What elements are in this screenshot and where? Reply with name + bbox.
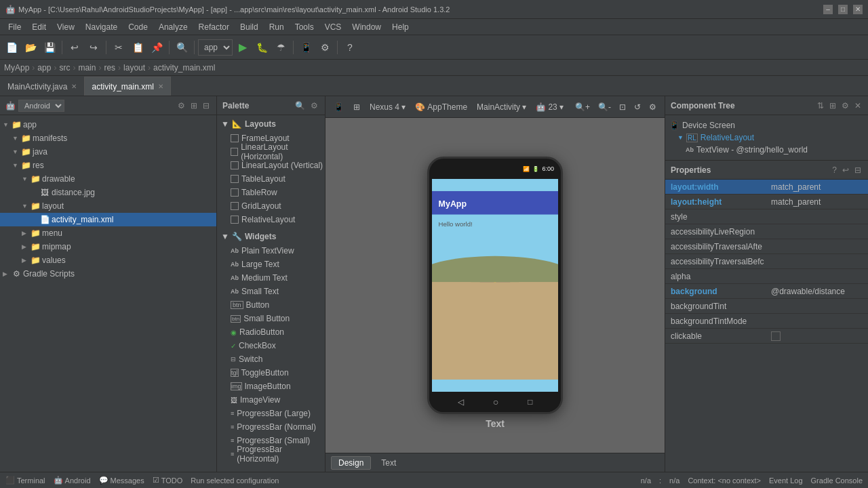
tree-item[interactable]: ▼📁res — [0, 159, 216, 172]
zoom-out-btn[interactable]: 🔍- — [595, 99, 614, 115]
device-dropdown-btn[interactable]: Nexus 4 ▾ — [367, 99, 408, 115]
palette-progressbar-normal[interactable]: ≡ ProgressBar (Normal) — [217, 420, 325, 434]
tab-mainactivity-close[interactable]: ✕ — [71, 83, 77, 90]
breadcrumb-myapp[interactable]: MyApp — [4, 63, 29, 73]
breadcrumb-xml[interactable]: activity_main.xml — [153, 63, 215, 73]
menu-item-help[interactable]: Help — [387, 19, 414, 35]
palette-togglebutton[interactable]: tgl ToggleButton — [217, 366, 325, 380]
palette-relativelayout[interactable]: RelativeLayout — [217, 213, 325, 226]
activity-dropdown-btn[interactable]: MainActivity ▾ — [474, 99, 529, 115]
toolbar-open-btn[interactable]: 📂 — [22, 39, 39, 56]
palette-plain-textview[interactable]: Ab Plain TextView — [217, 244, 325, 258]
palette-tablelayout[interactable]: TableLayout — [217, 172, 325, 186]
palette-small-text[interactable]: Ab Small Text — [217, 285, 325, 298]
tab-mainactivity[interactable]: MainActivity.java ✕ — [0, 77, 84, 96]
palette-progressbar-large[interactable]: ≡ ProgressBar (Large) — [217, 407, 325, 420]
prop-clickable[interactable]: clickable — [665, 329, 868, 344]
comp-sort-btn[interactable]: ⇅ — [816, 100, 825, 112]
event-log-btn[interactable]: Event Log — [769, 476, 803, 485]
phone-recent-btn[interactable]: □ — [528, 397, 532, 407]
canvas-mode-btn[interactable]: 📱 — [331, 99, 347, 115]
menu-item-navigate[interactable]: Navigate — [80, 19, 123, 35]
avd-btn[interactable]: 📱 — [297, 39, 315, 56]
menu-item-window[interactable]: Window — [347, 19, 387, 35]
toolbar-redo-btn[interactable]: ↪ — [85, 39, 102, 56]
status-terminal-tab[interactable]: ⬛ Terminal — [5, 476, 45, 485]
zoom-fit-btn[interactable]: ⊡ — [616, 99, 629, 115]
minimize-button[interactable]: – — [823, 5, 833, 14]
menu-item-file[interactable]: File — [3, 19, 26, 35]
palette-layouts-header[interactable]: ▼ 📐 Layouts — [217, 117, 325, 131]
props-undo-btn[interactable]: ↩ — [841, 164, 850, 176]
theme-dropdown-btn[interactable]: 🎨 AppTheme — [412, 99, 470, 115]
project-expand-btn[interactable]: ⊞ — [189, 100, 199, 112]
gradle-console-btn[interactable]: Gradle Console — [811, 476, 863, 485]
palette-small-button[interactable]: btn Small Button — [217, 312, 325, 325]
menu-item-tools[interactable]: Tools — [290, 19, 319, 35]
menu-item-analyze[interactable]: Analyze — [153, 19, 193, 35]
breadcrumb-layout[interactable]: layout — [123, 63, 145, 73]
palette-imageview[interactable]: 🖼 ImageView — [217, 393, 325, 407]
sdk-btn[interactable]: ⚙ — [316, 39, 334, 56]
comp-relativelayout[interactable]: ▼ RL RelativeLayout — [669, 131, 864, 144]
clickable-checkbox[interactable] — [771, 331, 781, 341]
canvas-area[interactable]: 📶 🔋 6:00 — [326, 118, 665, 453]
tree-item[interactable]: ▶📁mipmap — [0, 240, 216, 253]
run-btn[interactable]: ▶ — [234, 39, 252, 56]
toolbar-undo-btn[interactable]: ↩ — [66, 39, 83, 56]
status-todo-tab[interactable]: ☑ TODO — [153, 476, 183, 485]
breadcrumb-src[interactable]: src — [59, 63, 70, 73]
canvas-settings-btn[interactable]: ⚙ — [646, 99, 659, 115]
toolbar-new-btn[interactable]: 📄 — [3, 39, 20, 56]
tree-item[interactable]: ▶📁values — [0, 253, 216, 267]
toolbar-save-btn[interactable]: 💾 — [41, 39, 58, 56]
palette-radiobutton[interactable]: ◉ RadioButton — [217, 325, 325, 339]
coverage-btn[interactable]: ☂ — [272, 39, 290, 56]
run-config-dropdown[interactable]: app — [198, 39, 233, 56]
prop-accessibility-traversal-after[interactable]: accessibilityTraversalAfte — [665, 239, 868, 254]
palette-large-text[interactable]: Ab Large Text — [217, 258, 325, 271]
canvas-refresh-btn[interactable]: ↺ — [631, 99, 644, 115]
comp-expand-btn[interactable]: ⊞ — [828, 100, 837, 112]
breadcrumb-main[interactable]: main — [78, 63, 96, 73]
prop-style[interactable]: style — [665, 209, 868, 224]
prop-accessibility-live[interactable]: accessibilityLiveRegion — [665, 224, 868, 239]
palette-checkbox[interactable]: ✓ CheckBox — [217, 339, 325, 352]
toolbar-copy-btn[interactable]: 📋 — [129, 39, 146, 56]
comp-close-btn[interactable]: ✕ — [853, 100, 863, 112]
palette-medium-text[interactable]: Ab Medium Text — [217, 271, 325, 285]
palette-settings-btn[interactable]: ⚙ — [309, 100, 319, 112]
text-tab[interactable]: Text — [374, 456, 403, 470]
tree-item[interactable]: ▼📁manifests — [0, 131, 216, 145]
tree-item[interactable]: ▼📁layout — [0, 199, 216, 213]
menu-item-run[interactable]: Run — [264, 19, 290, 35]
tab-activitymain[interactable]: activity_main.xml ✕ — [84, 77, 170, 96]
tree-item[interactable]: 📄activity_main.xml — [0, 213, 216, 226]
palette-widgets-header[interactable]: ▼ 🔧 Widgets — [217, 229, 325, 244]
palette-search-btn[interactable]: 🔍 — [294, 100, 307, 112]
help-btn[interactable]: ? — [341, 39, 359, 56]
phone-back-btn[interactable]: ◁ — [458, 397, 464, 407]
props-help-btn[interactable]: ? — [831, 164, 838, 176]
breadcrumb-res[interactable]: res — [104, 63, 115, 73]
palette-gridlayout[interactable]: GridLayout — [217, 199, 325, 213]
prop-alpha[interactable]: alpha — [665, 269, 868, 284]
tree-item[interactable]: ▶📁menu — [0, 226, 216, 240]
prop-background-tintmode[interactable]: backgroundTintMode — [665, 314, 868, 329]
palette-button[interactable]: btn Button — [217, 298, 325, 312]
status-messages-tab[interactable]: 💬 Messages — [99, 476, 144, 485]
palette-progressbar-horizontal[interactable]: ≡ ProgressBar (Horizontal) — [217, 447, 325, 461]
tab-activitymain-close[interactable]: ✕ — [158, 83, 163, 90]
prop-background-tint[interactable]: backgroundTint — [665, 299, 868, 314]
tree-item[interactable]: 🖼distance.jpg — [0, 186, 216, 199]
menu-item-vcs[interactable]: VCS — [319, 19, 347, 35]
project-collapse-btn[interactable]: ⊟ — [201, 100, 211, 112]
tree-item[interactable]: ▼📁drawable — [0, 172, 216, 186]
canvas-fit-btn[interactable]: ⊞ — [351, 99, 363, 115]
close-button[interactable]: ✕ — [853, 5, 863, 14]
prop-accessibility-traversal-before[interactable]: accessibilityTraversalBefc — [665, 254, 868, 269]
design-tab[interactable]: Design — [331, 456, 371, 470]
menu-item-code[interactable]: Code — [123, 19, 153, 35]
maximize-button[interactable]: □ — [838, 5, 848, 14]
tree-item[interactable]: ▼📁java — [0, 145, 216, 159]
